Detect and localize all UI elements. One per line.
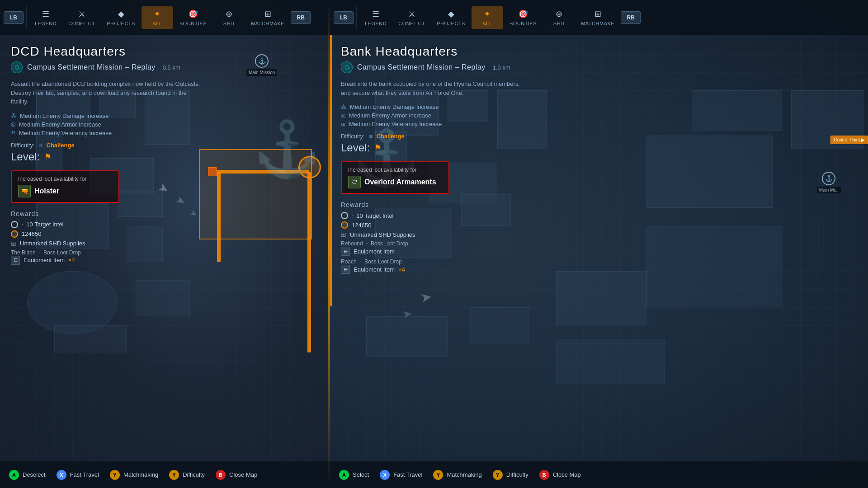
left-action-fast-travel[interactable]: X Fast Travel bbox=[57, 470, 99, 480]
right-modifier-2: ◎ Medium Enemy Armor Increase bbox=[341, 112, 857, 119]
left-action-deselect[interactable]: A Deselect bbox=[9, 470, 46, 480]
diff-icon-right: ≋ bbox=[368, 133, 373, 140]
left-action-matchmaking[interactable]: Y Matchmaking bbox=[110, 470, 158, 480]
bounties-icon-left: 🎯 bbox=[188, 9, 198, 19]
right-action-matchmaking[interactable]: Y Matchmaking bbox=[433, 470, 481, 480]
right-modifier-3: ≋ Medium Enemy Veterancy Increase bbox=[341, 121, 857, 127]
right-nav-projects[interactable]: ◆ Projects bbox=[431, 6, 471, 29]
right-nav-shd[interactable]: ⊕ SHD bbox=[543, 6, 575, 29]
right-equip-row-2: ⊟ Equipment Item ×4 bbox=[341, 265, 857, 274]
left-action-close[interactable]: B Close Map bbox=[216, 470, 257, 480]
right-mission-dist: 1.0 km bbox=[493, 64, 510, 71]
left-equip-icon: ⊟ bbox=[11, 256, 20, 265]
conflict-icon-right: ⚔ bbox=[408, 9, 415, 19]
right-difficulty-row: Difficulty: ≋ Challenge bbox=[341, 133, 857, 140]
damage-icon-right: ⁂ bbox=[341, 104, 346, 110]
right-level-icon: ⚑ bbox=[374, 143, 382, 153]
left-shd-value: Unmarked SHD Supplies bbox=[20, 240, 85, 247]
left-top-nav: LB ☰ Legend ⚔ Conflict ◆ Projects ✦ All … bbox=[0, 0, 330, 35]
right-equip-icon-2: ⊟ bbox=[341, 265, 350, 274]
right-matchmaking-label: Matchmaking bbox=[447, 471, 481, 478]
left-difficulty-value: Challenge bbox=[47, 142, 75, 149]
left-rb-button[interactable]: RB bbox=[291, 11, 311, 24]
right-difficulty-label: Difficulty: bbox=[341, 133, 365, 140]
all-icon-left: ✦ bbox=[154, 9, 160, 19]
right-nav-bounties[interactable]: 🎯 Bounties bbox=[504, 6, 542, 29]
right-action-difficulty[interactable]: Y Difficulty bbox=[493, 470, 528, 480]
left-nav-all[interactable]: ✦ All bbox=[142, 6, 173, 29]
left-nav-legend[interactable]: ☰ Legend bbox=[29, 6, 62, 29]
left-nav-projects[interactable]: ◆ Projects bbox=[101, 6, 141, 29]
left-reward-intel: ··· 10 Target Intel bbox=[11, 221, 319, 228]
right-level-row: Level: ⚑ bbox=[341, 141, 857, 154]
right-nav-divider-1 bbox=[356, 6, 357, 29]
left-nav-conflict[interactable]: ⚔ Conflict bbox=[63, 6, 100, 29]
left-difficulty-label: Difficulty: bbox=[11, 142, 35, 149]
left-action-deselect-label: Deselect bbox=[23, 471, 46, 478]
right-btn-y-match: Y bbox=[433, 470, 443, 480]
right-loot-item-row: 🛡 Overlord Armaments bbox=[348, 176, 442, 188]
panel-divider bbox=[328, 0, 330, 488]
right-intel-circle bbox=[341, 212, 348, 219]
projects-icon: ◆ bbox=[118, 9, 124, 19]
right-loot-item-name: Overlord Armaments bbox=[364, 178, 436, 186]
armor-icon-right: ◎ bbox=[341, 113, 345, 119]
right-difficulty-value: Challenge bbox=[377, 133, 405, 140]
diff-icon-left: ≋ bbox=[38, 142, 43, 148]
right-rb-button[interactable]: RB bbox=[621, 11, 641, 24]
right-nav-all[interactable]: ✦ All bbox=[472, 6, 503, 29]
left-nav-matchmake[interactable]: ⊞ Matchmake bbox=[245, 6, 290, 29]
left-equip-value: Equipment Item bbox=[24, 257, 65, 263]
right-modifier-1: ⁂ Medium Enemy Damage Increase bbox=[341, 103, 857, 110]
left-mission-type-row: ⬡ Campus Settlement Mission – Replay 0.5… bbox=[11, 61, 319, 73]
right-action-select-label: Select bbox=[353, 471, 369, 478]
left-difficulty-btn-label: Difficulty bbox=[183, 471, 205, 478]
left-nav-bounties[interactable]: 🎯 Bounties bbox=[174, 6, 212, 29]
left-modifier-1: ⁂ Medium Enemy Damage Increase bbox=[11, 113, 319, 119]
right-nav-conflict[interactable]: ⚔ Conflict bbox=[393, 6, 430, 29]
left-nav-shd[interactable]: ⊕ SHD bbox=[213, 6, 245, 29]
right-panel: ⚓ ⚓ Main Mi... Control Point ▶ ➤ ➤ LB ☰ … bbox=[330, 0, 868, 488]
left-btn-y-diff: Y bbox=[169, 470, 179, 480]
left-lb-button[interactable]: LB bbox=[4, 11, 24, 24]
right-loot-highlight: Increased loot availability for 🛡 Overlo… bbox=[341, 161, 449, 194]
right-shd-icon: ⊞ bbox=[341, 231, 346, 238]
right-credits-value: 124650 bbox=[352, 222, 371, 229]
left-intel-circle bbox=[11, 221, 18, 228]
right-lb-button[interactable]: LB bbox=[334, 11, 354, 24]
right-shd-value: Unmarked SHD Supplies bbox=[350, 231, 415, 238]
left-shd-icon: ⊞ bbox=[11, 240, 16, 247]
left-level-label: Level: bbox=[11, 150, 40, 163]
conflict-icon: ⚔ bbox=[78, 9, 85, 19]
left-loot-item-row: 🔫 Holster bbox=[18, 185, 112, 197]
right-equip-row-1: ⊟ Equipment Item bbox=[341, 247, 857, 256]
right-nav-matchmake[interactable]: ⊞ Matchmake bbox=[576, 6, 620, 29]
right-top-nav: LB ☰ Legend ⚔ Conflict ◆ Projects ✦ All … bbox=[330, 0, 868, 35]
left-intel-dots: ··· bbox=[22, 222, 23, 227]
right-boss-drop-label-1: Rebound - Boss Loot Drop bbox=[341, 240, 857, 247]
right-btn-y-diff: Y bbox=[493, 470, 503, 480]
left-location-title: DCD Headquarters bbox=[11, 44, 319, 59]
legend-icon-right: ☰ bbox=[372, 9, 379, 19]
right-loot-text: Increased loot availability for bbox=[348, 167, 442, 173]
damage-icon-left: ⁂ bbox=[11, 113, 16, 119]
right-equip-multiplier: ×4 bbox=[398, 266, 405, 273]
left-intel-value: 10 Target Intel bbox=[26, 221, 63, 228]
left-modifier-3: ≋ Medium Enemy Veterancy Increase bbox=[11, 130, 319, 136]
bounties-icon-right: 🎯 bbox=[518, 9, 528, 19]
left-action-difficulty[interactable]: Y Difficulty bbox=[169, 470, 205, 480]
right-reward-intel: ··· 10 Target Intel bbox=[341, 212, 857, 219]
right-mission-name: Campus Settlement Mission – Replay bbox=[357, 63, 486, 71]
left-credits-value: 124650 bbox=[22, 230, 41, 237]
right-nav-legend[interactable]: ☰ Legend bbox=[359, 6, 392, 29]
right-loot-item-icon: 🛡 bbox=[348, 176, 361, 188]
matchmake-icon-left: ⊞ bbox=[264, 9, 271, 19]
left-fast-travel-label: Fast Travel bbox=[70, 471, 99, 478]
right-action-select[interactable]: A Select bbox=[339, 470, 369, 480]
left-loot-highlight: Increased loot availability for 🔫 Holste… bbox=[11, 170, 119, 203]
left-mission-name: Campus Settlement Mission – Replay bbox=[27, 63, 156, 71]
left-equip-row: ⊟ Equipment Item ×4 bbox=[11, 256, 319, 265]
right-action-fast-travel[interactable]: X Fast Travel bbox=[380, 470, 422, 480]
right-action-close[interactable]: B Close Map bbox=[539, 470, 581, 480]
vet-icon-left: ≋ bbox=[11, 130, 15, 136]
